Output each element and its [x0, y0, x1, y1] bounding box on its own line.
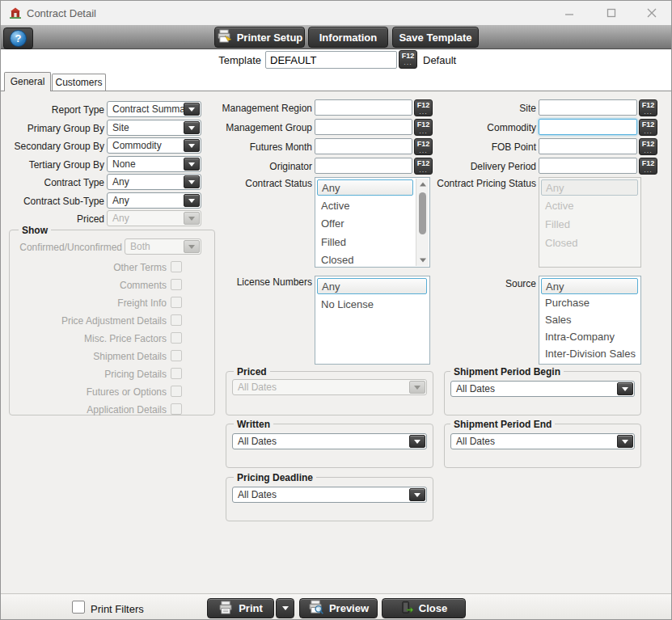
contract-sub-type-select[interactable]: Any: [107, 192, 201, 209]
tertiary-group-by-select[interactable]: None: [107, 156, 201, 172]
list-item[interactable]: Active: [317, 198, 413, 214]
shipment-period-begin-value: All Dates: [456, 383, 495, 394]
list-item[interactable]: No License: [317, 297, 427, 313]
save-template-label: Save Template: [399, 32, 471, 44]
confirmed-unconfirmed-select: Both: [125, 238, 201, 255]
template-value: DEFAULT: [270, 54, 317, 66]
report-type-select[interactable]: Contract Summary: [107, 101, 201, 117]
list-item-selected: Any: [541, 179, 638, 196]
list-item[interactable]: Offer: [317, 216, 413, 232]
list-item-partial[interactable]: Expired: [317, 265, 413, 268]
list-item[interactable]: Sales: [541, 312, 638, 328]
comments-label: Comments: [12, 280, 167, 291]
save-template-button[interactable]: Save Template: [392, 27, 479, 48]
shipment-period-end-select[interactable]: All Dates: [450, 433, 635, 449]
commodity-f12-button[interactable]: F12 ...: [639, 119, 657, 136]
contract-status-list[interactable]: Any Active Offer Filled Closed Expired: [315, 177, 430, 268]
chevron-down-icon: [409, 381, 425, 394]
list-item: Closed: [541, 235, 638, 251]
shipment-period-end-title: Shipment Period End: [450, 419, 555, 430]
priced-value: Any: [112, 213, 129, 224]
scrollbar[interactable]: [416, 179, 429, 266]
list-item-selected[interactable]: Any: [541, 278, 638, 294]
pricing-details-checkbox[interactable]: [171, 368, 182, 379]
tab-general[interactable]: General: [4, 72, 51, 91]
written-group-title: Written: [234, 419, 273, 430]
commodity-label: Commodity: [374, 122, 536, 133]
freight-info-label: Freight Info: [12, 297, 167, 309]
written-dates-select[interactable]: All Dates: [232, 433, 427, 449]
contract-pricing-status-label: Contract Pricing Status: [374, 178, 536, 189]
secondary-group-by-select[interactable]: Commodity: [107, 137, 201, 154]
template-f12-button[interactable]: F12 ...: [399, 50, 417, 69]
price-adjustment-details-checkbox[interactable]: [171, 314, 182, 326]
tab-customers-label: Customers: [55, 77, 102, 88]
written-dates-value: All Dates: [238, 436, 277, 447]
delivery-period-f12-button[interactable]: F12 ...: [639, 158, 657, 175]
chevron-down-icon: [282, 606, 289, 610]
contract-detail-window: Contract Detail ? Printer Setup Informat…: [0, 0, 672, 620]
license-numbers-label: License Numbers: [191, 276, 312, 288]
priced-label: Priced: [1, 213, 104, 225]
commodity-input[interactable]: [539, 119, 637, 135]
tertiary-group-by-label: Tertiary Group By: [1, 159, 104, 171]
comments-checkbox[interactable]: [171, 279, 182, 290]
other-terms-checkbox[interactable]: [171, 261, 182, 272]
help-button[interactable]: ?: [3, 27, 33, 49]
price-adjustment-details-label: Price Adjustment Details: [12, 315, 167, 327]
futures-or-options-label: Futures or Options: [12, 386, 167, 398]
confirmed-unconfirmed-value: Both: [130, 241, 150, 252]
site-input[interactable]: [539, 99, 637, 116]
maximize-button[interactable]: [599, 3, 623, 23]
printer-setup-button[interactable]: Printer Setup: [214, 27, 305, 48]
scrollbar-thumb[interactable]: [419, 192, 426, 234]
misc-price-factors-checkbox[interactable]: [171, 332, 182, 344]
freight-info-checkbox[interactable]: [171, 297, 182, 308]
primary-group-by-select[interactable]: Site: [107, 120, 201, 136]
information-label: Information: [319, 32, 378, 44]
titlebar: Contract Detail: [1, 1, 671, 25]
list-item[interactable]: Inter-Division Sales: [541, 346, 638, 362]
tab-customers[interactable]: Customers: [52, 74, 106, 91]
fob-point-input[interactable]: [539, 138, 637, 154]
shipment-period-begin-title: Shipment Period Begin: [450, 366, 564, 377]
print-options-dropdown-button[interactable]: [276, 598, 294, 618]
scroll-down-icon[interactable]: [416, 255, 429, 266]
show-group-title: Show: [19, 225, 51, 236]
pricing-deadline-dates-select[interactable]: All Dates: [232, 487, 427, 503]
source-label: Source: [374, 278, 536, 289]
minimize-button[interactable]: [557, 3, 581, 23]
report-type-value: Contract Summary: [112, 103, 193, 115]
preview-label: Preview: [329, 602, 369, 614]
close-button[interactable]: Close: [382, 598, 466, 618]
list-item[interactable]: Purchase: [541, 295, 638, 311]
template-label: Template: [180, 54, 261, 66]
template-input[interactable]: DEFAULT: [265, 51, 397, 69]
shipment-details-label: Shipment Details: [12, 351, 167, 362]
misc-price-factors-label: Misc. Price Factors: [12, 333, 167, 344]
site-f12-button[interactable]: F12 ...: [639, 99, 657, 116]
list-item[interactable]: Filled: [317, 234, 413, 251]
shipment-period-begin-select[interactable]: All Dates: [450, 381, 635, 397]
f12-dots-icon: ...: [640, 129, 657, 133]
list-item[interactable]: Intra-Company: [541, 329, 638, 345]
delivery-period-input[interactable]: [539, 158, 637, 174]
preview-button[interactable]: Preview: [299, 598, 378, 618]
management-group-label: Management Group: [191, 122, 312, 133]
application-details-checkbox[interactable]: [171, 403, 182, 415]
shipment-details-checkbox[interactable]: [171, 350, 182, 361]
futures-or-options-checkbox[interactable]: [171, 386, 182, 397]
source-list[interactable]: Any Purchase Sales Intra-Company Inter-D…: [539, 276, 641, 365]
print-button[interactable]: Print: [207, 598, 274, 618]
site-label: Site: [374, 103, 536, 114]
secondary-group-by-value: Commodity: [112, 140, 162, 151]
f12-dots-icon: ...: [640, 110, 657, 114]
contract-type-label: Contract Type: [1, 177, 104, 188]
contract-type-select[interactable]: Any: [107, 174, 201, 190]
print-filters-checkbox[interactable]: [72, 601, 85, 614]
information-button[interactable]: Information: [308, 27, 388, 48]
delivery-period-label: Delivery Period: [374, 161, 536, 172]
close-window-button[interactable]: [640, 3, 664, 23]
fob-point-f12-button[interactable]: F12 ...: [639, 138, 657, 155]
f12-dots-icon: ...: [640, 149, 657, 153]
